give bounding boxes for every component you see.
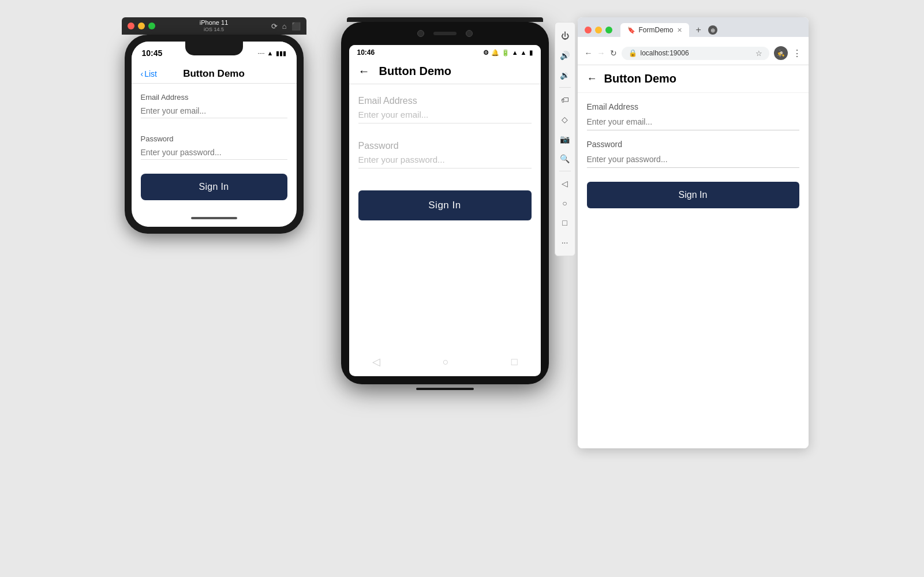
browser-forward-btn[interactable]: → bbox=[597, 48, 605, 58]
android-password-input-wrap[interactable]: Enter your password... bbox=[358, 151, 532, 168]
ios-home-icon[interactable]: ⌂ bbox=[282, 22, 287, 31]
ios-sign-in-button[interactable]: Sign In bbox=[141, 174, 287, 200]
browser-tab-close-btn[interactable]: ✕ bbox=[677, 27, 682, 34]
ios-password-input[interactable] bbox=[141, 145, 287, 160]
browser-address-bar: ← → ↻ 🔒 localhost:19006 ☆ 🕵 ⋮ bbox=[578, 42, 809, 65]
ios-page-title: Button Demo bbox=[183, 68, 245, 80]
ios-notch bbox=[185, 42, 243, 55]
android-more-btn[interactable]: ··· bbox=[556, 234, 574, 251]
android-speaker bbox=[433, 32, 457, 35]
android-system-nav: ◁ ○ □ bbox=[349, 347, 541, 376]
browser-new-tab-btn[interactable]: + bbox=[691, 23, 706, 37]
android-wifi-icon: ▲ bbox=[512, 49, 518, 56]
ios-email-field-group: Email Address bbox=[141, 93, 287, 118]
browser-minimize-dot[interactable] bbox=[595, 27, 602, 33]
browser-close-dot[interactable] bbox=[585, 27, 592, 33]
android-password-placeholder: Enter your password... bbox=[358, 155, 532, 164]
ios-home-bar bbox=[191, 217, 237, 219]
android-home-nav-icon[interactable]: ○ bbox=[443, 356, 449, 368]
ios-wifi-icon: ▲ bbox=[267, 50, 274, 57]
android-power-btn[interactable]: ⏻ bbox=[556, 27, 574, 44]
browser-url-bar[interactable]: 🔒 localhost:19006 ☆ bbox=[622, 47, 769, 60]
ios-minimize-dot[interactable] bbox=[138, 23, 145, 29]
android-recents-nav-icon[interactable]: □ bbox=[511, 356, 518, 368]
ios-home-indicator bbox=[132, 209, 297, 227]
android-sidebar-sep2 bbox=[559, 171, 571, 171]
ios-nav-bar: ‹ List Button Demo bbox=[132, 65, 297, 84]
android-sidebar-sep1 bbox=[559, 87, 571, 88]
browser-back-btn[interactable]: ← bbox=[585, 48, 593, 58]
browser-empty-space bbox=[578, 218, 809, 448]
ios-signal-icon: ···· bbox=[257, 50, 264, 57]
android-bottom-strip bbox=[416, 388, 474, 390]
ios-status-bar: 10:45 ···· ▲ ▮▮▮ bbox=[132, 42, 297, 65]
browser-app-back-btn[interactable]: ← bbox=[587, 73, 597, 85]
android-back-button[interactable]: ← bbox=[358, 65, 370, 78]
ios-lock-icon[interactable]: ⬛ bbox=[291, 22, 301, 31]
android-screen: 10:46 ⚙ 🔔 🔋 ▲ ▲ ▮ ← Button Demo bbox=[349, 45, 541, 376]
android-camera-btn[interactable]: 📷 bbox=[556, 130, 574, 148]
android-tag-btn[interactable]: 🏷 bbox=[556, 91, 574, 108]
browser-maximize-dot[interactable] bbox=[605, 27, 612, 33]
android-back-nav-icon[interactable]: ◁ bbox=[372, 355, 380, 368]
android-vol-down-btn[interactable]: 🔉 bbox=[556, 66, 574, 84]
ios-form: Email Address Password Sign In bbox=[132, 84, 297, 209]
android-email-field-group: Email Address Enter your email... bbox=[358, 96, 532, 123]
ios-close-dot[interactable] bbox=[128, 23, 134, 29]
android-settings-icon: ⚙ bbox=[483, 49, 489, 57]
browser-menu-btn[interactable]: ⋮ bbox=[792, 48, 802, 59]
android-alert-icon: 🔔 bbox=[491, 49, 499, 57]
browser-app-content: ← Button Demo Email Address Password Sig… bbox=[578, 65, 809, 448]
android-home-sidebar-btn[interactable]: ○ bbox=[556, 194, 574, 212]
android-battery-icon: 🔋 bbox=[502, 49, 510, 57]
ios-email-input[interactable] bbox=[141, 104, 287, 118]
ios-time: 10:45 bbox=[142, 48, 163, 58]
android-back-sidebar-btn[interactable]: ◁ bbox=[556, 175, 574, 192]
android-device-body: 10:46 ⚙ 🔔 🔋 ▲ ▲ ▮ ← Button Demo bbox=[341, 22, 549, 384]
browser-active-tab[interactable]: 🔖 FormDemo ✕ bbox=[620, 23, 689, 37]
ios-rotate-icon[interactable]: ⟳ bbox=[271, 22, 278, 31]
browser-titlebar: 🔖 FormDemo ✕ + ⊕ bbox=[578, 17, 809, 37]
android-email-label: Email Address bbox=[358, 96, 532, 106]
browser-frame: 🔖 FormDemo ✕ + ⊕ ← → ↻ 🔒 localhost:19006… bbox=[578, 17, 809, 448]
ios-back-label[interactable]: List bbox=[144, 69, 157, 78]
browser-form: Email Address Password Sign In bbox=[578, 93, 809, 218]
ios-maximize-dot[interactable] bbox=[148, 23, 155, 29]
android-sign-in-button[interactable]: Sign In bbox=[358, 190, 532, 220]
android-diamond-btn[interactable]: ◇ bbox=[556, 111, 574, 128]
browser-app-title: Button Demo bbox=[604, 72, 677, 85]
browser-password-input[interactable] bbox=[587, 151, 799, 168]
android-email-input-wrap[interactable]: Enter your email... bbox=[358, 106, 532, 123]
ios-field-spacer bbox=[141, 123, 287, 134]
ios-status-icons: ···· ▲ ▮▮▮ bbox=[257, 50, 286, 57]
android-email-placeholder: Enter your email... bbox=[358, 110, 532, 119]
android-sidebar-toolbar: ⏻ 🔊 🔉 🏷 ◇ 📷 🔍 ◁ ○ □ ··· bbox=[555, 22, 575, 256]
browser-refresh-btn[interactable]: ↻ bbox=[610, 48, 617, 58]
ios-back-chevron-icon: ‹ bbox=[141, 69, 144, 78]
android-top-bar bbox=[349, 22, 541, 45]
browser-url-text[interactable]: localhost:19006 bbox=[641, 49, 689, 57]
browser-window-container: 🔖 FormDemo ✕ + ⊕ ← → ↻ 🔒 localhost:19006… bbox=[578, 17, 809, 448]
android-vol-up-btn[interactable]: 🔊 bbox=[556, 47, 574, 64]
browser-sign-in-button[interactable]: Sign In bbox=[587, 182, 799, 208]
android-wrapper: 10:46 ⚙ 🔔 🔋 ▲ ▲ ▮ ← Button Demo bbox=[341, 22, 549, 384]
android-recents-sidebar-btn[interactable]: □ bbox=[556, 214, 574, 231]
ios-back-button[interactable]: ‹ List bbox=[141, 69, 157, 78]
android-zoom-btn[interactable]: 🔍 bbox=[556, 150, 574, 167]
browser-password-label: Password bbox=[587, 140, 799, 149]
android-empty-space bbox=[349, 232, 541, 347]
ios-password-label: Password bbox=[141, 134, 287, 143]
android-phone-container: 10:46 ⚙ 🔔 🔋 ▲ ▲ ▮ ← Button Demo bbox=[335, 17, 555, 390]
android-status-icons: ⚙ 🔔 🔋 ▲ ▲ ▮ bbox=[483, 49, 533, 57]
ios-email-label: Email Address bbox=[141, 93, 287, 102]
ios-device-body: 10:45 ···· ▲ ▮▮▮ ‹ List Button Demo Emai… bbox=[125, 35, 304, 234]
browser-app-nav-bar: ← Button Demo bbox=[578, 65, 809, 93]
android-top-strip bbox=[347, 17, 543, 22]
ios-phone-container: iPhone 11 iOS 14.5 ⟳ ⌂ ⬛ 10:45 ···· ▲ ▮▮… bbox=[116, 17, 312, 234]
browser-star-icon[interactable]: ☆ bbox=[755, 49, 762, 58]
browser-incognito-badge: 🕵 bbox=[774, 46, 788, 60]
ios-device-title: iPhone 11 iOS 14.5 bbox=[200, 19, 229, 33]
browser-email-input[interactable] bbox=[587, 114, 799, 130]
browser-tab-title: FormDemo bbox=[639, 26, 674, 34]
browser-tab-count-btn[interactable]: ⊕ bbox=[708, 25, 717, 35]
